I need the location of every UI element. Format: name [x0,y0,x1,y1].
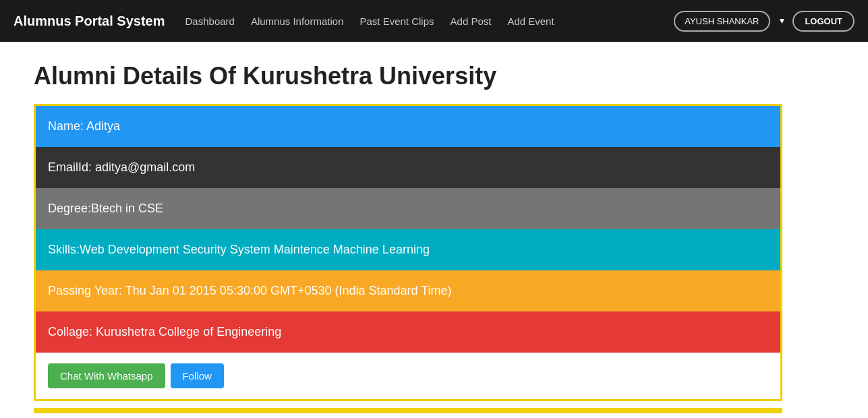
nav-past-event-clips[interactable]: Past Event Clips [359,16,434,27]
navbar-right: AYUSH SHANKAR ▼ LOGOUT [674,11,855,32]
alumni-passing-row: Passing Year: Thu Jan 01 2015 05:30:00 G… [36,270,780,311]
alumni-college-row: Collage: Kurushetra College of Engineeri… [36,311,780,353]
alumni-skills-label: Skills:Web Development Security System M… [48,243,430,256]
alumni-degree-label: Degree:Btech in CSE [48,202,163,215]
alumni-name-label: Name: Aditya [48,119,120,133]
alumni-email-row: EmailId: aditya@gmail.com [36,147,780,188]
alumni-email-label: EmailId: aditya@gmail.com [48,160,195,174]
alumni-college-label: Collage: Kurushetra College of Engineeri… [48,325,281,338]
alumni-name-row: Name: Aditya [36,106,780,147]
action-row: Chat With Whatsapp Follow [36,353,780,399]
follow-button[interactable]: Follow [171,363,224,388]
nav-add-event[interactable]: Add Event [507,16,554,27]
navbar-links: Dashboard Alumnus Information Past Event… [185,16,674,27]
alumni-passing-label: Passing Year: Thu Jan 01 2015 05:30:00 G… [48,284,452,297]
alumni-degree-row: Degree:Btech in CSE [36,188,780,229]
alumni-skills-row: Skills:Web Development Security System M… [36,229,780,270]
nav-add-post[interactable]: Add Post [451,16,492,27]
logout-button[interactable]: LOGOUT [792,11,855,32]
nav-dashboard[interactable]: Dashboard [185,16,235,27]
navbar: Alumnus Portal System Dashboard Alumnus … [0,0,868,42]
alumni-detail-card: Name: Aditya EmailId: aditya@gmail.com D… [34,104,782,401]
user-button[interactable]: AYUSH SHANKAR [674,11,770,32]
bottom-yellow-bar [34,408,782,413]
main-content: Alumni Details Of Kurushetra University … [0,42,868,418]
nav-alumnus-information[interactable]: Alumnus Information [251,16,344,27]
page-title: Alumni Details Of Kurushetra University [34,62,834,90]
chat-whatsapp-button[interactable]: Chat With Whatsapp [48,363,165,388]
navbar-brand: Alumnus Portal System [13,13,165,29]
dropdown-arrow-icon[interactable]: ▼ [778,16,786,26]
